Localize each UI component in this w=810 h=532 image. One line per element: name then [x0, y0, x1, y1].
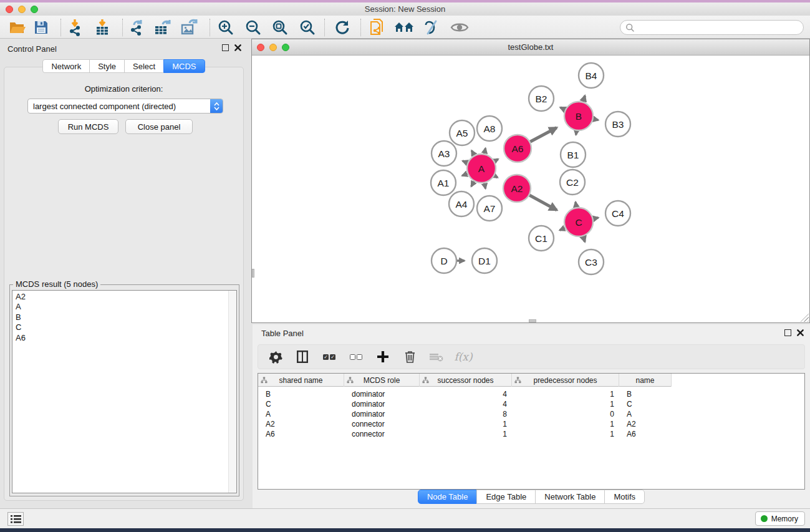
maximize-window-button[interactable] — [31, 6, 38, 13]
mcds-result-item[interactable]: A — [12, 302, 236, 312]
table-cell[interactable]: A — [258, 409, 344, 419]
graph-node-D[interactable]: D — [432, 248, 456, 273]
delete-table-icon[interactable] — [429, 349, 444, 365]
minimize-network-button[interactable] — [269, 44, 277, 51]
network-canvas[interactable]: B4B2BB3A8A5A6A3B1AC2A1A2A4A7C4CC1C3DD1 — [252, 56, 809, 322]
deselect-all-checkboxes-icon[interactable] — [349, 349, 364, 365]
table-row[interactable]: Cdominator41C — [258, 399, 672, 409]
resize-grip[interactable] — [800, 313, 809, 322]
optimization-criterion-dropdown[interactable]: largest connected component (directed) — [27, 99, 223, 114]
tab-motifs[interactable]: Motifs — [604, 490, 645, 504]
table-row[interactable]: Bdominator41B — [258, 389, 672, 399]
table-cell[interactable]: connector — [344, 429, 420, 439]
scrollbar[interactable] — [228, 291, 236, 493]
table-cell[interactable]: 1 — [420, 419, 512, 429]
table-cell[interactable]: C — [619, 399, 672, 409]
column-view-icon[interactable] — [295, 349, 310, 365]
edge-C-C4[interactable] — [593, 218, 598, 219]
add-icon[interactable] — [375, 349, 390, 365]
network-vscrollbar[interactable] — [252, 269, 254, 278]
graph-node-B4[interactable]: B4 — [579, 63, 604, 88]
minimize-window-button[interactable] — [18, 6, 26, 13]
table-cell[interactable]: connector — [344, 419, 420, 429]
mcds-result-item[interactable]: A2 — [12, 292, 236, 302]
graph-node-A2[interactable]: A2 — [503, 175, 531, 202]
edge-A-A4[interactable] — [471, 181, 474, 186]
import-table-icon[interactable] — [92, 17, 112, 37]
edge-B-B3[interactable] — [594, 119, 599, 120]
graph-node-A5[interactable]: A5 — [450, 120, 475, 145]
network-hscrollbar[interactable] — [529, 319, 536, 322]
graph-node-B2[interactable]: B2 — [529, 86, 554, 111]
tab-edge-table[interactable]: Edge Table — [476, 490, 536, 504]
table-cell[interactable]: 1 — [512, 389, 619, 399]
table-cell[interactable]: B — [258, 389, 344, 399]
window-titlebar[interactable]: Session: New Session — [0, 2, 810, 16]
edge-C-C3[interactable] — [583, 236, 585, 242]
maximize-network-button[interactable] — [282, 44, 289, 51]
graph-node-B1[interactable]: B1 — [561, 142, 586, 167]
column-header-MCDS-role[interactable]: MCDS role — [344, 374, 420, 387]
open-file-icon[interactable] — [7, 17, 27, 37]
edge-B-B1[interactable] — [576, 131, 577, 135]
export-network-icon[interactable] — [127, 17, 147, 37]
edge-B-B2[interactable] — [561, 107, 566, 110]
graph-node-A3[interactable]: A3 — [432, 141, 456, 166]
zoom-fit-icon[interactable] — [270, 17, 290, 37]
close-panel-icon[interactable] — [234, 44, 241, 51]
table-cell[interactable]: A6 — [619, 429, 672, 439]
zoom-in-icon[interactable] — [216, 17, 236, 37]
table-row[interactable]: Adominator80A — [258, 409, 672, 419]
table-cell[interactable]: 1 — [420, 429, 512, 439]
function-builder-icon[interactable]: f(x) — [456, 349, 471, 365]
edge-A-A3[interactable] — [463, 161, 468, 163]
table-cell[interactable]: 1 — [512, 399, 619, 409]
node-table[interactable]: shared nameMCDS rolesuccessor nodesprede… — [258, 373, 805, 490]
edge-B-B4[interactable] — [583, 95, 585, 102]
tab-network-table[interactable]: Network Table — [535, 490, 605, 504]
export-image-icon[interactable] — [180, 17, 200, 37]
close-panel-button[interactable]: Close panel — [125, 119, 193, 134]
graph-node-A7[interactable]: A7 — [477, 196, 502, 221]
graph-node-A6[interactable]: A6 — [504, 135, 531, 162]
edge-A2-C[interactable] — [529, 195, 557, 210]
close-network-button[interactable] — [257, 44, 264, 51]
hide-glasses-icon[interactable] — [422, 17, 441, 37]
network-from-file-icon[interactable] — [368, 17, 388, 37]
mcds-result-item[interactable]: A6 — [12, 333, 236, 343]
delete-icon[interactable] — [402, 349, 417, 365]
float-table-panel-icon[interactable] — [784, 329, 791, 336]
column-header-shared-name[interactable]: shared name — [258, 374, 344, 387]
column-header-predecessor-nodes[interactable]: predecessor nodes — [512, 374, 619, 387]
graph-node-A1[interactable]: A1 — [431, 170, 456, 195]
table-cell[interactable]: 4 — [420, 389, 512, 399]
graph-node-C[interactable]: C — [564, 208, 593, 236]
graph-node-B3[interactable]: B3 — [605, 112, 630, 137]
table-cell[interactable]: A2 — [258, 419, 344, 429]
column-header-name[interactable]: name — [619, 374, 672, 387]
table-cell[interactable]: 1 — [512, 429, 619, 439]
column-header-successor-nodes[interactable]: successor nodes — [420, 374, 512, 387]
table-cell[interactable]: 1 — [512, 419, 619, 429]
save-session-icon[interactable] — [31, 17, 51, 37]
table-cell[interactable]: 0 — [512, 409, 619, 419]
zoom-selected-icon[interactable] — [297, 17, 317, 37]
table-cell[interactable]: 8 — [420, 409, 512, 419]
graph-node-B[interactable]: B — [564, 102, 593, 130]
edge-A-A6[interactable] — [494, 159, 498, 161]
table-cell[interactable]: dominator — [344, 399, 420, 409]
edge-A-A8[interactable] — [485, 148, 486, 154]
refresh-icon[interactable] — [332, 17, 352, 37]
zoom-out-icon[interactable] — [243, 17, 263, 37]
mcds-result-item[interactable]: C — [12, 322, 236, 332]
gear-icon[interactable] — [268, 349, 283, 365]
table-cell[interactable]: A6 — [258, 429, 344, 439]
edge-C-C1[interactable] — [560, 228, 565, 231]
memory-button[interactable]: Memory — [755, 511, 805, 526]
eye-icon[interactable] — [450, 17, 470, 37]
table-row[interactable]: A6connector11A6 — [258, 429, 672, 439]
select-all-checkboxes-icon[interactable]: ✓✓ — [322, 349, 337, 365]
export-table-icon[interactable] — [153, 17, 173, 37]
graph-node-A[interactable]: A — [467, 154, 496, 183]
search-input[interactable] — [635, 21, 803, 34]
